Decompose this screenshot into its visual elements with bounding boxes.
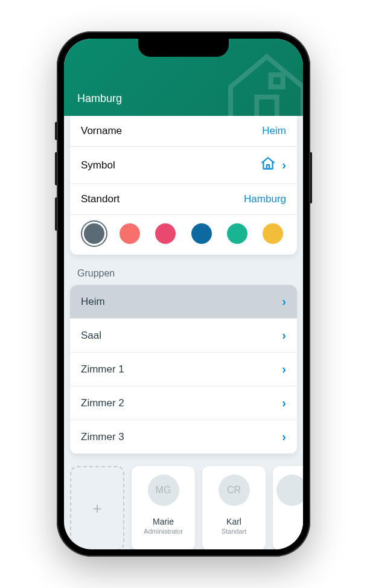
- user-card[interactable]: CRKarlStandart: [202, 466, 266, 549]
- vorname-row[interactable]: Vorname Heim: [70, 116, 297, 147]
- user-name: Marie: [153, 517, 174, 526]
- standort-value: Hamburg: [244, 193, 286, 205]
- house-watermark-icon: [219, 45, 303, 116]
- groups-card: Heim›Saal›Zimmer 1›Zimmer 2›Zimmer 3›: [70, 285, 297, 454]
- color-option-4[interactable]: [227, 223, 247, 244]
- user-role: Administrator: [144, 528, 183, 535]
- user-card-partial[interactable]: [273, 466, 303, 549]
- phone-notch: [138, 39, 229, 57]
- plus-icon: +: [92, 499, 101, 518]
- chevron-right-icon: ›: [282, 295, 286, 308]
- color-option-1[interactable]: [120, 223, 140, 244]
- symbol-row[interactable]: Symbol ›: [70, 147, 297, 184]
- vorname-label: Vorname: [81, 125, 122, 137]
- user-name: Karl: [226, 517, 241, 526]
- add-user-button[interactable]: +: [70, 466, 124, 549]
- group-label: Zimmer 1: [81, 363, 124, 375]
- group-row[interactable]: Zimmer 2›: [70, 386, 297, 420]
- screen: Hamburg Vorname Heim Symbol ›: [64, 39, 303, 549]
- phone-side-button-right: [310, 152, 312, 203]
- group-label: Zimmer 3: [81, 431, 124, 443]
- standort-label: Standort: [81, 193, 120, 205]
- vorname-value: Heim: [262, 125, 286, 137]
- color-option-3[interactable]: [191, 223, 212, 244]
- color-option-0[interactable]: [84, 223, 104, 244]
- user-role: Standart: [222, 528, 247, 535]
- page-title: Hamburg: [77, 92, 122, 105]
- user-card[interactable]: MGMarieAdministrator: [132, 466, 195, 549]
- phone-frame: Hamburg Vorname Heim Symbol ›: [57, 31, 310, 557]
- group-label: Heim: [81, 296, 105, 308]
- settings-card: Vorname Heim Symbol › Stand: [70, 116, 297, 255]
- symbol-label: Symbol: [81, 159, 115, 171]
- group-label: Zimmer 2: [81, 397, 124, 409]
- avatar: MG: [148, 475, 179, 506]
- users-strip: + MGMarieAdministratorCRKarlStandart: [64, 454, 303, 549]
- color-option-2[interactable]: [155, 223, 176, 244]
- group-row[interactable]: Saal›: [70, 319, 297, 353]
- groups-section-title: Gruppen: [64, 255, 303, 285]
- standort-row[interactable]: Standort Hamburg: [70, 184, 297, 215]
- avatar: [276, 475, 303, 506]
- svg-rect-1: [271, 75, 283, 87]
- avatar: CR: [219, 475, 250, 506]
- color-picker: [70, 215, 297, 255]
- chevron-right-icon: ›: [282, 328, 286, 342]
- chevron-right-icon: ›: [282, 158, 286, 172]
- chevron-right-icon: ›: [282, 430, 286, 444]
- group-row[interactable]: Zimmer 1›: [70, 353, 297, 386]
- home-icon: [260, 156, 276, 174]
- group-row[interactable]: Zimmer 3›: [70, 420, 297, 454]
- group-row[interactable]: Heim›: [70, 285, 297, 319]
- group-label: Saal: [81, 330, 101, 342]
- svg-rect-0: [257, 97, 276, 116]
- chevron-right-icon: ›: [282, 396, 286, 410]
- phone-side-buttons-left: [55, 122, 57, 243]
- chevron-right-icon: ›: [282, 362, 286, 376]
- color-option-5[interactable]: [263, 223, 283, 244]
